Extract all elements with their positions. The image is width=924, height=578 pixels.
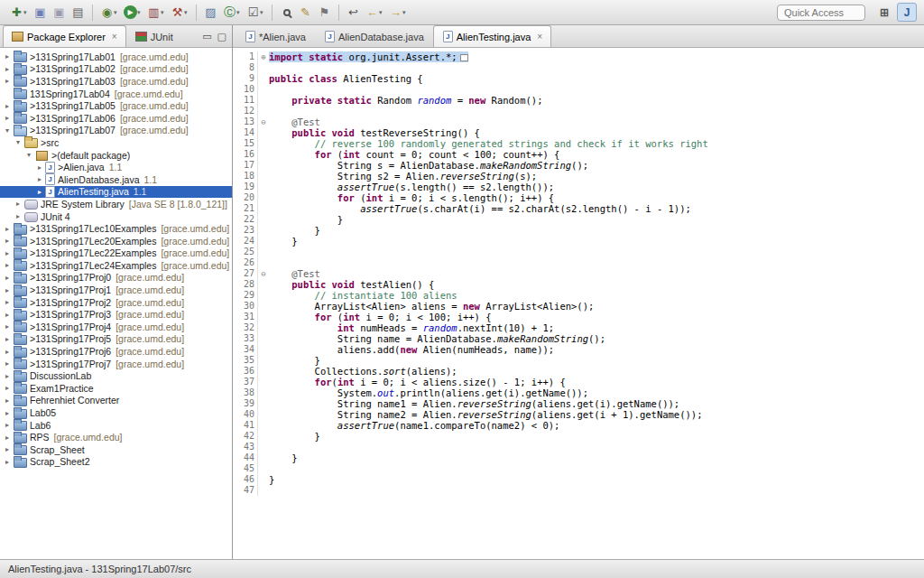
code-line[interactable]: 47 (233, 485, 924, 496)
tree-item[interactable]: ▸>131Spring17Lec20Examples[grace.umd.edu… (0, 235, 232, 247)
chevron-down-icon[interactable]: ▾ (24, 151, 33, 159)
code-line[interactable]: 20 for (int i = 0; i < s.length(); i++) … (233, 192, 924, 203)
code-line[interactable]: 16 for (int count = 0; count < 100; coun… (233, 149, 924, 160)
fold-collapse-icon[interactable]: ⊖ (257, 117, 269, 127)
new-wizard-icon-dropdown[interactable]: ▾ (23, 9, 31, 16)
code-line[interactable]: 31 for (int i = 0; i < 100; i++) { (233, 312, 924, 322)
chevron-right-icon[interactable]: ▸ (3, 298, 12, 306)
code-line[interactable]: 1⊕import static org.junit.Assert.*; (233, 51, 924, 62)
code-line[interactable]: 44 } (233, 452, 924, 463)
collapsed-region-indicator[interactable] (460, 54, 468, 61)
chevron-right-icon[interactable]: ▸ (3, 409, 12, 417)
maximize-icon[interactable]: ▢ (217, 31, 226, 42)
tree-item[interactable]: ▸>131Spring17Lab02[grace.umd.edu] (0, 63, 232, 76)
code-line[interactable]: 22 } (233, 214, 924, 225)
code-line[interactable]: 46} (233, 474, 924, 485)
chevron-right-icon[interactable]: ▸ (3, 261, 12, 269)
chevron-right-icon[interactable]: ▸ (3, 65, 12, 73)
chevron-right-icon[interactable]: ▸ (3, 52, 12, 61)
code-line[interactable]: 28 public void testAlien() { (233, 279, 924, 290)
editor-tab-alientesting-java[interactable]: JAlienTesting.java× (433, 25, 551, 47)
fold-expand-icon[interactable]: ⊕ (257, 51, 269, 62)
tree-item[interactable]: ▸>131Spring17Lab05[grace.umd.edu] (0, 99, 232, 112)
code-line[interactable]: 9public class AlienTesting { (233, 73, 924, 84)
code-line[interactable]: 26 (233, 257, 924, 268)
run-icon-dropdown[interactable]: ▾ (137, 9, 144, 16)
chevron-right-icon[interactable]: ▸ (3, 348, 12, 356)
search-icon[interactable] (277, 3, 296, 22)
close-icon[interactable]: × (112, 32, 117, 42)
close-icon[interactable]: × (537, 32, 542, 42)
tree-item[interactable]: ▸RPS[grace.umd.edu] (0, 431, 232, 443)
new-class-icon-dropdown[interactable]: ▾ (236, 9, 244, 16)
tree-item[interactable]: ▸J>Alien.java1.1 (0, 161, 232, 173)
quick-access-input[interactable] (777, 5, 865, 21)
new-java-project-icon[interactable]: ▨ (201, 3, 220, 22)
chevron-right-icon[interactable]: ▸ (3, 311, 12, 319)
code-line[interactable]: 30 ArrayList<Alien> aliens = new ArrayLi… (233, 301, 924, 312)
chevron-right-icon[interactable]: ▸ (3, 114, 12, 122)
chevron-down-icon[interactable]: ▾ (14, 138, 23, 146)
chevron-right-icon[interactable]: ▸ (3, 249, 12, 257)
code-line[interactable]: 40 String name2 = Alien.reverseString(al… (233, 409, 924, 420)
minimize-icon[interactable]: ▭ (202, 31, 211, 42)
code-line[interactable]: 8 (233, 62, 924, 73)
code-line[interactable]: 43 (233, 442, 924, 452)
chevron-right-icon[interactable]: ▸ (3, 77, 12, 85)
coverage-icon-dropdown[interactable]: ▾ (161, 9, 168, 16)
last-edit-location-icon[interactable]: ↩ (344, 3, 363, 22)
code-line[interactable]: 10 (233, 84, 924, 95)
chevron-down-icon[interactable]: ▾ (3, 126, 12, 135)
chevron-right-icon[interactable]: ▸ (35, 188, 44, 196)
code-line[interactable]: 18 String s2 = Alien.reverseString(s); (233, 171, 924, 182)
code-line[interactable]: 34 aliens.add(new Alien(numHeads, name))… (233, 344, 924, 355)
tree-item[interactable]: ▸JAlienDatabase.java1.1 (0, 173, 232, 186)
code-line[interactable]: 21 assertTrue(s.charAt(i) == s2.charAt(s… (233, 203, 924, 214)
code-line[interactable]: 11 private static Random random = new Ra… (233, 95, 924, 106)
tree-item[interactable]: ▸>131Spring17Proj1[grace.umd.edu] (0, 284, 232, 296)
chevron-right-icon[interactable]: ▸ (3, 434, 12, 442)
code-line[interactable]: 17 String s = AlienDatabase.makeRandomSt… (233, 160, 924, 171)
chevron-right-icon[interactable]: ▸ (3, 384, 12, 392)
chevron-right-icon[interactable]: ▸ (3, 286, 12, 294)
chevron-right-icon[interactable]: ▸ (3, 458, 12, 466)
tree-item[interactable]: ▸Scrap_Sheet2 (0, 456, 232, 469)
tree-item[interactable]: ▸>131Spring17Lab06[grace.umd.edu] (0, 112, 232, 125)
code-line[interactable]: 41 assertTrue(name1.compareTo(name2) < 0… (233, 420, 924, 431)
tree-item[interactable]: 131Spring17Lab04[grace.umd.edu] (0, 88, 232, 100)
tree-item[interactable]: ▸>131Spring17Proj2[grace.umd.edu] (0, 296, 232, 309)
run-icon[interactable]: ▶ (124, 5, 137, 19)
chevron-right-icon[interactable]: ▸ (3, 335, 12, 343)
tree-item[interactable]: ▾>(default package) (0, 149, 232, 162)
chevron-right-icon[interactable]: ▸ (3, 225, 12, 233)
chevron-right-icon[interactable]: ▸ (3, 359, 12, 368)
code-line[interactable]: 33 String name = AlienDatabase.makeRando… (233, 333, 924, 344)
editor-tab-alien-java[interactable]: J*Alien.java (236, 25, 315, 47)
forward-icon-dropdown[interactable]: ▾ (402, 9, 410, 16)
code-line[interactable]: 37 for(int i = 0; i < aliens.size() - 1;… (233, 377, 924, 387)
tree-item[interactable]: ▸DiscussionLab (0, 369, 232, 382)
view-tab-junit[interactable]: JUnit (126, 25, 182, 47)
chevron-right-icon[interactable]: ▸ (14, 200, 23, 208)
code-line[interactable]: 19 assertTrue(s.length() == s2.length())… (233, 182, 924, 192)
code-line[interactable]: 32 int numHeads = random.nextInt(10) + 1… (233, 322, 924, 333)
tree-item[interactable]: ▸>131Spring17Lec10Examples[grace.umd.edu… (0, 222, 232, 235)
tree-item[interactable]: ▸JAlienTesting.java1.1 (0, 186, 232, 199)
chevron-right-icon[interactable]: ▸ (3, 274, 12, 282)
code-line[interactable]: 24 } (233, 236, 924, 247)
code-line[interactable]: 15 // reverse 100 randomly generated str… (233, 138, 924, 149)
tree-item[interactable]: ▸Exam1Practice (0, 382, 232, 395)
chevron-right-icon[interactable]: ▸ (35, 175, 44, 183)
code-line[interactable]: 23 } (233, 225, 924, 236)
tree-item[interactable]: ▸>131Spring17Proj4[grace.umd.edu] (0, 321, 232, 333)
tree-item[interactable]: ▾>131Spring17Lab07[grace.umd.edu] (0, 125, 232, 137)
tree-item[interactable]: ▸JUnit 4 (0, 210, 232, 223)
editor-tab-aliendatabase-java[interactable]: JAlienDatabase.java (315, 25, 433, 47)
fold-collapse-icon[interactable]: ⊖ (257, 268, 269, 279)
code-line[interactable]: 42 } (233, 431, 924, 442)
save-icon[interactable]: ▣ (31, 3, 50, 22)
tree-item[interactable]: ▸Lab05 (0, 406, 232, 419)
back-icon-dropdown[interactable]: ▾ (379, 9, 386, 16)
tree-item[interactable]: ▾>src (0, 136, 232, 149)
code-line[interactable]: 29 // instantiate 100 aliens (233, 290, 924, 301)
